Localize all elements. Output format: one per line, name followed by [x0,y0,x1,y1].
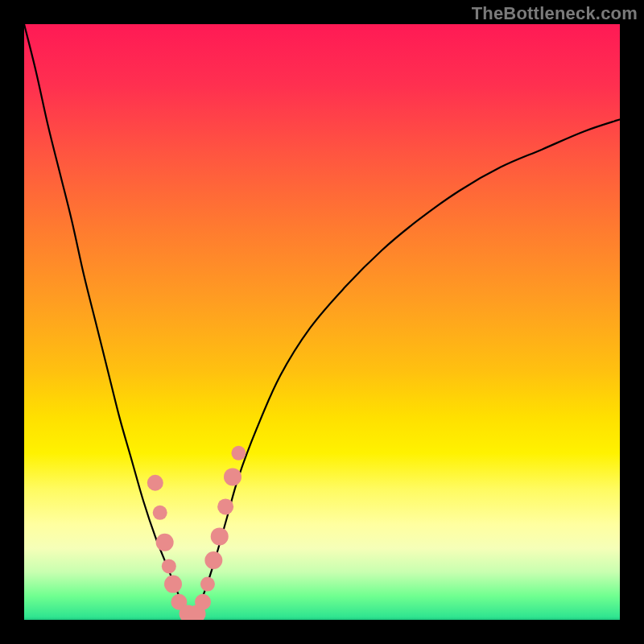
dot-10 [204,551,222,569]
watermark-text: TheBottleneck.com [472,3,638,24]
dot-11 [211,527,229,545]
plot-area [24,24,620,620]
curve-left-curve [24,24,191,620]
dot-3 [162,559,176,573]
chart-frame: TheBottleneck.com [0,0,644,644]
dot-4 [164,576,182,593]
chart-svg [24,24,620,620]
dot-1 [153,506,167,520]
dot-14 [231,446,246,460]
dot-0 [147,475,163,491]
dot-2 [156,534,174,551]
dot-9 [200,577,215,592]
dot-13 [224,468,242,485]
dot-8 [195,594,211,610]
dot-12 [217,498,233,514]
curve-right-curve [191,119,620,620]
